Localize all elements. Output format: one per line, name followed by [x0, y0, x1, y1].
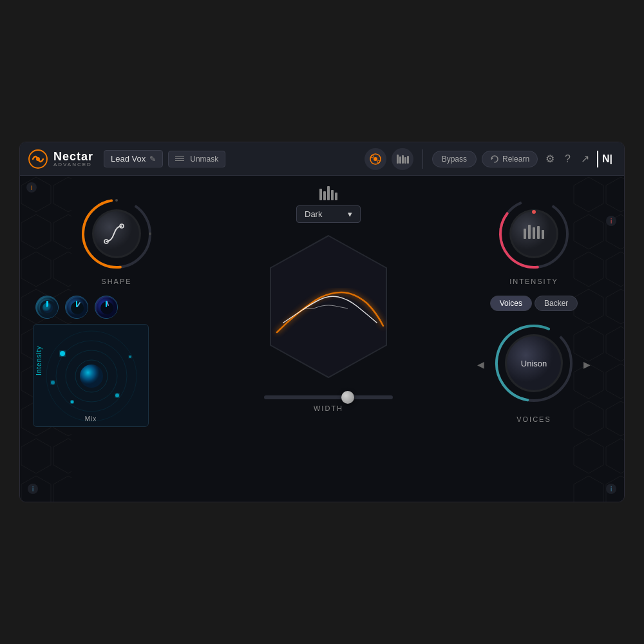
- svg-point-37: [71, 401, 74, 404]
- divider: [422, 149, 423, 169]
- svg-rect-7: [399, 156, 401, 164]
- svg-point-3: [374, 157, 377, 161]
- preset-name: Lead Vox: [111, 154, 146, 164]
- svg-rect-44: [335, 193, 337, 200]
- voices-tab-voices[interactable]: Voices: [490, 296, 532, 311]
- relearn-icon: [490, 155, 499, 164]
- voices-prev-arrow[interactable]: ◀: [477, 359, 484, 370]
- shape-knob-svg[interactable]: [78, 195, 155, 272]
- width-slider[interactable]: [264, 395, 393, 399]
- nav-tab1-button[interactable]: [365, 148, 386, 170]
- svg-point-14: [115, 199, 118, 202]
- logo-text: Nectar ADVANCED: [53, 151, 93, 167]
- help-button[interactable]: ?: [562, 151, 573, 167]
- settings-button[interactable]: ⚙: [543, 150, 557, 167]
- reverb-knob-1[interactable]: [35, 296, 59, 319]
- voices-knob[interactable]: Unison: [492, 321, 576, 408]
- logo-advanced: ADVANCED: [53, 162, 93, 167]
- meter-top-icon: [319, 186, 337, 203]
- shape-label: SHAPE: [101, 278, 131, 285]
- svg-rect-52: [533, 227, 535, 239]
- reverb-knob-3[interactable]: [95, 296, 118, 319]
- reverb-display[interactable]: Intensity Mix: [33, 324, 149, 427]
- svg-marker-45: [270, 236, 386, 377]
- nectar-logo-icon: [28, 149, 48, 169]
- reverb-visual: [33, 325, 149, 427]
- bypass-button[interactable]: Bypass: [432, 151, 477, 167]
- nav-tab2-button[interactable]: [392, 148, 413, 170]
- voices-label: VOICES: [516, 415, 551, 423]
- svg-rect-40: [319, 189, 322, 200]
- intensity-section: INTENSITY: [495, 195, 573, 285]
- bars-icon: [396, 155, 409, 164]
- relearn-button[interactable]: Relearn: [482, 151, 538, 167]
- svg-rect-8: [402, 155, 404, 164]
- svg-point-1: [36, 157, 40, 161]
- reverb-intensity-label: Intensity: [35, 346, 43, 375]
- svg-rect-50: [524, 229, 526, 239]
- svg-point-17: [94, 211, 139, 256]
- svg-rect-53: [537, 226, 540, 239]
- svg-point-15: [149, 232, 151, 235]
- svg-rect-51: [528, 225, 531, 239]
- intensity-knob[interactable]: [495, 195, 573, 272]
- reverb-knob-1-svg: [36, 296, 59, 319]
- voices-nav: ◀ Unison: [477, 321, 591, 408]
- center-visual-svg: [245, 223, 412, 390]
- edit-icon: ✎: [149, 155, 156, 164]
- svg-rect-42: [327, 186, 330, 200]
- reverb-knob-3-svg: [95, 296, 118, 319]
- svg-rect-43: [331, 190, 334, 200]
- eq-icon: [369, 153, 382, 166]
- right-panel: INTENSITY Voices Backer ◀: [444, 176, 624, 502]
- reverb-knob-2-svg: [66, 296, 89, 319]
- logo-nectar: Nectar: [53, 151, 93, 162]
- shape-knob[interactable]: [78, 195, 155, 272]
- left-panel: SHAPE: [20, 176, 213, 502]
- unmask-button[interactable]: Unmask: [168, 151, 225, 167]
- svg-rect-10: [407, 156, 409, 164]
- plugin-window: Nectar ADVANCED Lead Vox ✎ Unmask: [19, 142, 625, 502]
- svg-point-55: [532, 210, 536, 214]
- unmask-icon: [175, 156, 184, 161]
- svg-point-34: [80, 365, 103, 388]
- dropdown-chevron: ▾: [348, 209, 352, 219]
- voices-tabs: Voices Backer: [490, 296, 578, 311]
- svg-point-36: [115, 393, 119, 397]
- shape-section: SHAPE: [33, 195, 200, 285]
- svg-point-25: [71, 301, 84, 314]
- reverb-section: Intensity Mix: [33, 296, 200, 427]
- svg-rect-41: [323, 191, 326, 200]
- reverb-mini-knobs: [35, 296, 200, 319]
- svg-point-38: [129, 355, 131, 358]
- voices-tab-backer[interactable]: Backer: [535, 296, 578, 311]
- svg-rect-54: [542, 230, 544, 239]
- width-slider-thumb[interactable]: [341, 391, 354, 404]
- intensity-knob-svg[interactable]: [495, 195, 573, 272]
- voices-knob-section: ◀ Unison: [457, 321, 611, 423]
- intensity-label: INTENSITY: [509, 278, 558, 285]
- unmask-label: Unmask: [190, 155, 218, 164]
- width-label: WIDTH: [314, 404, 343, 412]
- meter-bars-icon: [319, 186, 337, 200]
- svg-rect-9: [404, 157, 406, 164]
- svg-text:Unison: Unison: [521, 359, 547, 368]
- mode-value: Dark: [305, 209, 322, 219]
- mode-dropdown[interactable]: Dark ▾: [296, 205, 361, 223]
- header-bar: Nectar ADVANCED Lead Vox ✎ Unmask: [20, 142, 624, 176]
- reverb-mix-label: Mix: [85, 415, 97, 422]
- voices-knob-svg[interactable]: Unison: [492, 321, 576, 405]
- center-panel: Dark ▾: [213, 176, 444, 502]
- hex-visual: [245, 223, 412, 390]
- preset-button[interactable]: Lead Vox ✎: [104, 150, 163, 167]
- main-content: i i i i: [20, 176, 624, 502]
- reverb-knob-2[interactable]: [65, 296, 88, 319]
- logo-area: Nectar ADVANCED: [28, 149, 93, 169]
- navigate-button[interactable]: ↗: [578, 150, 592, 167]
- svg-point-39: [51, 381, 55, 384]
- svg-point-35: [60, 351, 65, 356]
- voices-next-arrow[interactable]: ▶: [583, 359, 591, 370]
- width-section: WIDTH: [223, 395, 433, 412]
- svg-marker-11: [491, 157, 493, 160]
- ni-logo: N|: [597, 151, 616, 167]
